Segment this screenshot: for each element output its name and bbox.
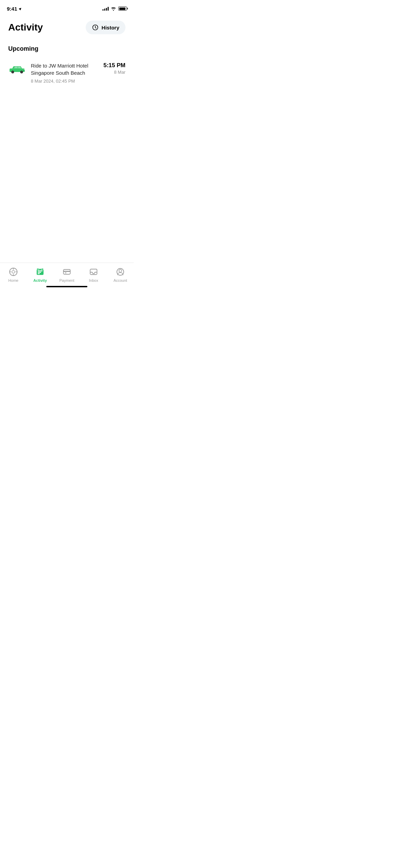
svg-rect-21	[63, 271, 70, 272]
inbox-nav-label: Inbox	[89, 278, 98, 282]
ride-destination: Ride to JW Marriott Hotel Singapore Sout…	[31, 62, 99, 76]
battery-icon	[118, 7, 127, 11]
time-display: 9:41	[7, 6, 17, 12]
ride-time-right: 5:15 PM 8 Mar	[104, 62, 125, 75]
status-icons	[102, 7, 127, 11]
inbox-nav-icon	[89, 267, 98, 277]
wifi-icon	[111, 7, 116, 11]
location-arrow-icon: ▲	[17, 5, 24, 12]
nav-item-payment[interactable]: Payment	[57, 267, 77, 282]
nav-item-activity[interactable]: Activity	[30, 267, 50, 282]
svg-point-5	[21, 71, 22, 73]
bottom-nav: Home Activity Payment	[0, 263, 134, 289]
svg-point-9	[12, 270, 15, 273]
svg-point-3	[12, 71, 13, 73]
page-header: Activity History	[0, 15, 134, 38]
signal-icon	[102, 7, 109, 11]
svg-rect-17	[38, 273, 40, 274]
activity-nav-label: Activity	[33, 278, 47, 282]
svg-rect-7	[24, 69, 25, 70]
ride-datetime: 8 Mar 2024, 02:45 PM	[31, 79, 99, 84]
ride-arrival-time: 5:15 PM	[104, 62, 125, 69]
status-time: 9:41 ▲	[7, 6, 23, 12]
car-image	[8, 64, 26, 74]
svg-point-25	[119, 269, 122, 272]
svg-rect-19	[41, 268, 44, 270]
svg-rect-18	[37, 268, 39, 270]
nav-item-inbox[interactable]: Inbox	[83, 267, 104, 282]
payment-nav-label: Payment	[59, 278, 74, 282]
nav-item-account[interactable]: Account	[110, 267, 131, 282]
ride-card[interactable]: Ride to JW Marriott Hotel Singapore Sout…	[0, 58, 134, 88]
svg-rect-16	[38, 272, 41, 273]
upcoming-section-label: Upcoming	[0, 38, 134, 58]
home-indicator	[46, 286, 87, 287]
ride-info: Ride to JW Marriott Hotel Singapore Sout…	[31, 62, 99, 84]
nav-item-home[interactable]: Home	[3, 267, 24, 282]
activity-nav-icon	[35, 267, 45, 277]
status-bar: 9:41 ▲	[0, 0, 134, 15]
car-icon	[8, 62, 26, 76]
ride-date-short: 8 Mar	[104, 70, 125, 75]
history-button[interactable]: History	[86, 21, 125, 34]
svg-rect-22	[65, 273, 66, 273]
home-nav-icon	[9, 267, 18, 277]
page-title: Activity	[8, 22, 43, 33]
clock-icon	[92, 24, 99, 31]
svg-rect-15	[38, 270, 42, 272]
account-nav-label: Account	[113, 278, 127, 282]
account-nav-icon	[116, 267, 125, 277]
home-nav-label: Home	[8, 278, 18, 282]
payment-nav-icon	[62, 267, 72, 277]
